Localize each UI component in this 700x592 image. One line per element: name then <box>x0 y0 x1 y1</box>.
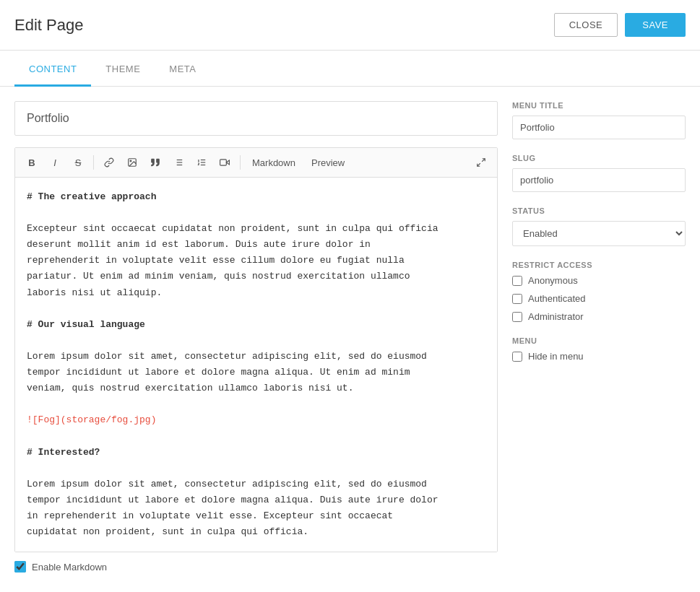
anonymous-label: Anonymous <box>528 275 578 286</box>
video-button[interactable] <box>214 152 236 173</box>
svg-line-13 <box>482 159 485 162</box>
menu-checkboxes: Hide in menu <box>512 351 686 362</box>
toolbar-separator-1 <box>93 155 94 170</box>
preview-button[interactable]: Preview <box>304 154 352 171</box>
unordered-list-button[interactable] <box>168 152 189 173</box>
authenticated-checkbox[interactable] <box>512 294 522 304</box>
markdown-view-button[interactable]: Markdown <box>245 154 303 171</box>
status-label: STATUS <box>512 206 686 215</box>
enable-markdown-label: Enable Markdown <box>32 562 107 573</box>
heading-3: # Interested? <box>27 447 100 458</box>
authenticated-checkbox-item: Authenticated <box>512 293 686 304</box>
tab-content[interactable]: CONTENT <box>14 51 91 87</box>
editor-container: B I S <box>14 147 498 552</box>
tab-meta[interactable]: META <box>155 51 210 87</box>
sidebar-panel: MENU TITLE SLUG STATUS Enabled Disabled … <box>512 101 686 573</box>
editor-toolbar: B I S <box>15 148 497 178</box>
svg-line-14 <box>478 163 480 166</box>
anonymous-checkbox[interactable] <box>512 276 522 286</box>
link-button[interactable] <box>98 152 120 173</box>
enable-markdown-checkbox[interactable] <box>14 561 26 573</box>
menu-title-group: MENU TITLE <box>512 101 686 139</box>
main-layout: B I S <box>0 87 700 587</box>
restrict-access-group: RESTRICT ACCESS Anonymous Authenticated … <box>512 261 686 322</box>
tab-theme[interactable]: THEME <box>91 51 155 87</box>
close-button[interactable]: CLOSE <box>554 13 618 37</box>
editor-content[interactable]: # The creative approach Excepteur sint o… <box>15 178 497 552</box>
italic-button[interactable]: I <box>44 152 66 173</box>
tabs-bar: CONTENT THEME META <box>0 51 700 87</box>
status-group: STATUS Enabled Disabled <box>512 206 686 246</box>
heading-1: # The creative approach <box>27 191 156 202</box>
markdown-toggle: Enable Markdown <box>14 561 498 573</box>
menu-section-label: MENU <box>512 336 686 345</box>
editor-panel: B I S <box>14 101 498 573</box>
header-actions: CLOSE SAVE <box>554 13 686 37</box>
svg-marker-11 <box>226 160 229 165</box>
menu-title-input[interactable] <box>512 116 686 139</box>
administrator-label: Administrator <box>528 311 584 322</box>
administrator-checkbox[interactable] <box>512 312 522 322</box>
image-link: ![Fog](storage/fog.jpg) <box>27 414 156 425</box>
save-button[interactable]: SAVE <box>625 13 686 37</box>
restrict-checkboxes: Anonymous Authenticated Administrator <box>512 275 686 322</box>
hide-in-menu-item: Hide in menu <box>512 351 686 362</box>
page-title-input[interactable] <box>14 101 498 136</box>
page-title: Edit Page <box>14 16 83 35</box>
expand-button[interactable] <box>471 152 491 173</box>
restrict-access-label: RESTRICT ACCESS <box>512 261 686 269</box>
image-button[interactable] <box>121 152 143 173</box>
header: Edit Page CLOSE SAVE <box>0 0 700 51</box>
anonymous-checkbox-item: Anonymous <box>512 275 686 286</box>
ordered-list-button[interactable] <box>191 152 212 173</box>
heading-2: # Our visual language <box>27 319 145 330</box>
svg-rect-12 <box>220 160 227 165</box>
toolbar-separator-2 <box>240 155 241 170</box>
strikethrough-button[interactable]: S <box>67 152 89 173</box>
bold-button[interactable]: B <box>21 152 43 173</box>
hide-in-menu-checkbox[interactable] <box>512 352 522 362</box>
slug-input[interactable] <box>512 168 686 192</box>
slug-label: SLUG <box>512 154 686 162</box>
authenticated-label: Authenticated <box>528 293 586 304</box>
menu-group: MENU Hide in menu <box>512 336 686 362</box>
administrator-checkbox-item: Administrator <box>512 311 686 322</box>
slug-group: SLUG <box>512 154 686 192</box>
quote-button[interactable] <box>144 152 166 173</box>
svg-point-1 <box>130 160 131 162</box>
status-select[interactable]: Enabled Disabled <box>512 221 686 246</box>
hide-in-menu-label: Hide in menu <box>528 351 584 362</box>
menu-title-label: MENU TITLE <box>512 101 686 110</box>
